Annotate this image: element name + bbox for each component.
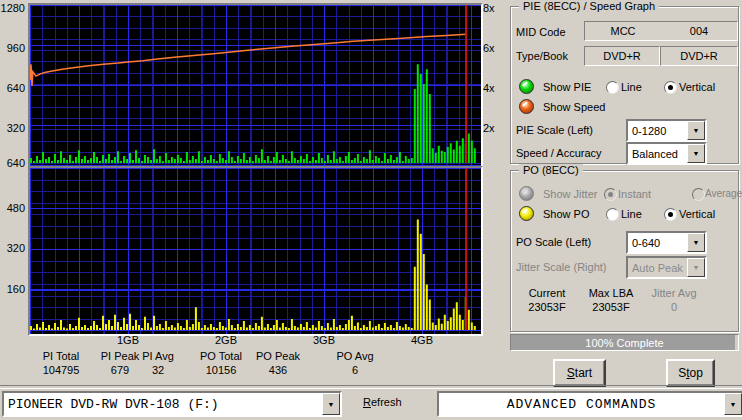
chevron-down-icon[interactable]: ▼: [322, 393, 340, 415]
po-scale-select[interactable]: 0-640 ▼: [626, 231, 707, 254]
x-axis-tick: 1GB: [117, 334, 139, 346]
po-line-radio[interactable]: [606, 208, 619, 221]
po-vertical-radio[interactable]: [664, 208, 677, 221]
pie-scale-value: 0-1280: [628, 125, 687, 137]
type-book-value-2: DVD+R: [660, 46, 738, 66]
command-select-value: ADVANCED COMMANDS: [439, 397, 724, 412]
show-pie-led[interactable]: [519, 79, 534, 94]
show-speed-led[interactable]: [519, 99, 534, 114]
progress-bar: 100% Complete: [510, 334, 739, 351]
speed-axis-tick: 6x: [483, 42, 495, 54]
current-value: 23053F: [528, 301, 565, 313]
po-group-title: PO (8ECC): [519, 164, 583, 176]
show-jitter-label: Show Jitter: [543, 188, 597, 200]
current-label: Current: [529, 287, 566, 299]
stat-label: PI Avg: [142, 350, 174, 362]
pie-group-title: PIE (8ECC) / Speed Graph: [519, 0, 659, 12]
speed-accuracy-value: Balanced: [628, 148, 687, 160]
pie-vertical-radio[interactable]: [664, 81, 677, 94]
chevron-down-icon[interactable]: ▼: [687, 121, 705, 140]
chevron-down-icon[interactable]: ▼: [687, 144, 705, 163]
app-window: { "axes": { "pie_left": ["1280","960","6…: [0, 0, 742, 420]
drive-select-value: PIONEER DVD-RW DVR-108 (F:): [4, 397, 322, 412]
drive-select[interactable]: PIONEER DVD-RW DVR-108 (F:) ▼: [2, 391, 342, 417]
stat-label: PI Total: [43, 350, 80, 362]
pie-scale-label: PIE Scale (Left): [516, 124, 593, 136]
mid-code-value-2: 004: [661, 25, 737, 37]
stat-value: 32: [152, 364, 164, 376]
jitter-avg-label: Jitter Avg: [651, 287, 696, 299]
stop-button[interactable]: Stop: [666, 359, 715, 387]
pie-line-label[interactable]: Line: [621, 81, 642, 93]
jitter-scale-value: Auto Peak: [628, 262, 687, 274]
bottom-divider: [0, 385, 742, 389]
stat-label: PO Total: [200, 350, 242, 362]
jitter-average-radio: [692, 188, 705, 201]
speed-accuracy-select[interactable]: Balanced ▼: [626, 142, 707, 165]
po-axis-tick: 480: [0, 202, 25, 214]
type-book-text-2: DVD+R: [680, 50, 718, 62]
pie-graph-canvas: [30, 5, 477, 163]
speed-accuracy-label: Speed / Accuracy: [516, 147, 602, 159]
x-axis-tick: 2GB: [215, 334, 237, 346]
mid-code-value-box: MCC 004: [584, 21, 738, 41]
jitter-avg-value: 0: [671, 301, 677, 313]
stat-value: 679: [111, 364, 129, 376]
stat-label: PO Avg: [336, 350, 373, 362]
jitter-instant-radio: [604, 188, 617, 201]
pie-axis-tick: 320: [0, 122, 25, 134]
po-axis-tick: 640: [0, 157, 25, 169]
pie-speed-graph: [28, 3, 483, 169]
stat-label: PO Peak: [256, 350, 300, 362]
mid-code-label: MID Code: [516, 26, 566, 38]
jitter-scale-select: Auto Peak ▼: [626, 256, 707, 279]
chevron-down-icon[interactable]: ▼: [687, 233, 705, 252]
stat-value: 436: [269, 364, 287, 376]
chevron-down-icon: ▼: [687, 258, 705, 277]
po-axis-tick: 160: [0, 283, 25, 295]
speed-axis-tick: 2x: [483, 122, 495, 134]
pie-axis-tick: 960: [0, 42, 25, 54]
type-book-label: Type/Book: [516, 50, 568, 62]
stat-value: 6: [352, 364, 358, 376]
refresh-button[interactable]: Refresh: [363, 396, 402, 408]
speed-axis-tick: 4x: [483, 82, 495, 94]
show-jitter-led: [519, 186, 534, 201]
show-pie-label: Show PIE: [543, 81, 591, 93]
type-book-text-1: DVD+R: [603, 50, 641, 62]
jitter-scale-label: Jitter Scale (Right): [516, 261, 606, 273]
mid-code-value-1: MCC: [585, 25, 661, 37]
stat-value: 10156: [206, 364, 237, 376]
po-graph: [28, 166, 483, 336]
chevron-down-icon[interactable]: ▼: [724, 393, 742, 415]
x-axis-tick: 3GB: [313, 334, 335, 346]
x-axis-tick: 4GB: [411, 334, 433, 346]
command-select[interactable]: ADVANCED COMMANDS ▼: [437, 391, 742, 417]
pie-scale-select[interactable]: 0-1280 ▼: [626, 119, 707, 142]
jitter-average-label: Average: [705, 188, 742, 199]
po-graph-canvas: [30, 168, 477, 330]
po-axis-tick: 320: [0, 242, 25, 254]
show-po-label: Show PO: [543, 208, 589, 220]
progress-text: 100% Complete: [511, 335, 738, 350]
stat-value: 104795: [43, 364, 80, 376]
pie-vertical-label[interactable]: Vertical: [679, 81, 715, 93]
pie-axis-tick: 1280: [0, 2, 25, 14]
po-line-label[interactable]: Line: [621, 208, 642, 220]
show-speed-label: Show Speed: [543, 101, 605, 113]
max-lba-label: Max LBA: [589, 287, 634, 299]
show-po-led[interactable]: [519, 206, 534, 221]
pie-axis-tick: 640: [0, 82, 25, 94]
max-lba-value: 23053F: [592, 301, 629, 313]
speed-axis-tick: 8x: [483, 2, 495, 14]
po-scale-value: 0-640: [628, 237, 687, 249]
type-book-value-1: DVD+R: [584, 46, 660, 66]
po-scale-label: PO Scale (Left): [516, 236, 591, 248]
stat-label: PI Peak: [101, 350, 140, 362]
start-button[interactable]: Start: [553, 359, 606, 387]
jitter-instant-label: Instant: [618, 188, 651, 200]
po-vertical-label[interactable]: Vertical: [679, 208, 715, 220]
pie-line-radio[interactable]: [606, 81, 619, 94]
